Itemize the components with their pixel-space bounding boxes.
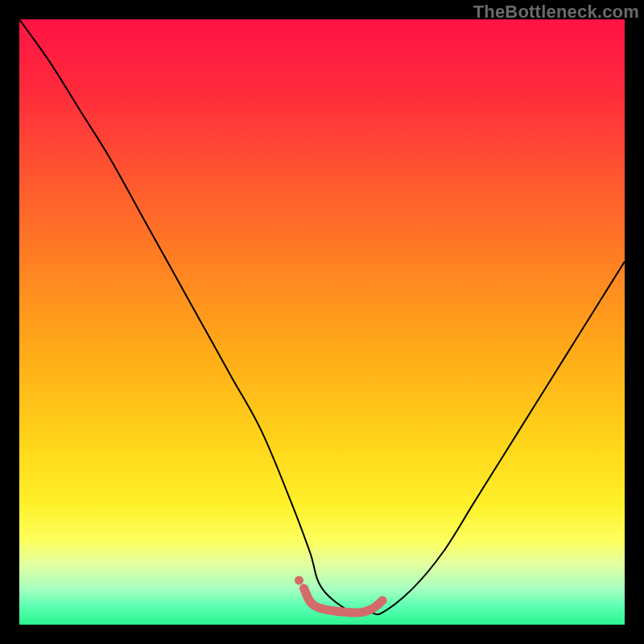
chart-plot-area [19, 19, 625, 625]
chart-frame: TheBottleneck.com [0, 0, 644, 644]
chart-svg [19, 19, 625, 625]
watermark-text: TheBottleneck.com [473, 2, 639, 23]
chart-background-gradient [19, 19, 625, 625]
optimal-range-start-dot [295, 576, 303, 584]
